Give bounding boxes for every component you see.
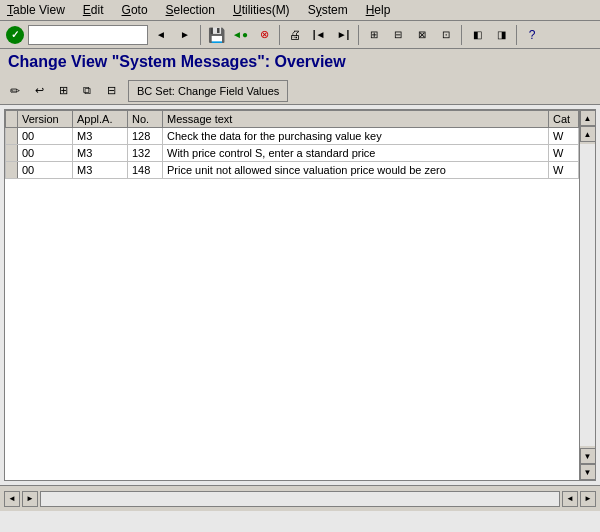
find-icon: |◄ xyxy=(313,29,326,40)
col-cat: Cat xyxy=(549,111,579,128)
refresh-icon: ⊗ xyxy=(260,28,269,41)
nav-forward-icon: ► xyxy=(180,29,190,40)
help-button[interactable]: ? xyxy=(521,24,543,46)
nav-back-button[interactable]: ◄ xyxy=(150,24,172,46)
menu-goto[interactable]: Goto xyxy=(119,2,151,18)
toolbar-separator-4 xyxy=(461,25,462,45)
back-button[interactable]: ◄● xyxy=(229,24,251,46)
refresh-button[interactable]: ⊗ xyxy=(253,24,275,46)
toolbar-btn-f[interactable]: ◨ xyxy=(490,24,512,46)
undo-button[interactable]: ↩ xyxy=(28,80,50,102)
icon-c: ⊠ xyxy=(418,29,426,40)
table-scroll[interactable]: Version Appl.A. No. Message text Cat 00 … xyxy=(5,110,579,480)
toolbar-btn-c[interactable]: ⊠ xyxy=(411,24,433,46)
h-scroll-right-button[interactable]: ► xyxy=(22,491,38,507)
icon-a: ⊞ xyxy=(370,29,378,40)
cell-appl: M3 xyxy=(73,162,128,179)
bottom-bar: ◄ ► ◄ ► xyxy=(0,485,600,511)
bc-set-button[interactable]: BC Set: Change Field Values xyxy=(128,80,288,102)
icon-b: ⊟ xyxy=(394,29,402,40)
menu-bar: Table View Edit Goto Selection Utilities… xyxy=(0,0,600,21)
pencil-icon: ✏ xyxy=(10,84,20,98)
save-button[interactable]: 💾 xyxy=(205,24,227,46)
details-button[interactable]: ⊞ xyxy=(52,80,74,102)
menu-help[interactable]: Help xyxy=(363,2,394,18)
table-row[interactable]: 00 M3 148 Price unit not allowed since v… xyxy=(6,162,579,179)
h-scroll-right2-button[interactable]: ► xyxy=(580,491,596,507)
right-scrollbar: ▲ ▲ ▼ ▼ xyxy=(579,110,595,480)
icon-e: ◧ xyxy=(473,29,482,40)
h-scroll-left-button[interactable]: ◄ xyxy=(4,491,20,507)
cell-no: 128 xyxy=(128,128,163,145)
cell-cat: W xyxy=(549,145,579,162)
command-input[interactable] xyxy=(28,25,148,45)
checkmark-button[interactable]: ✓ xyxy=(4,24,26,46)
cell-message: Check the data for the purchasing value … xyxy=(163,128,549,145)
toolbar-btn-b[interactable]: ⊟ xyxy=(387,24,409,46)
col-no: No. xyxy=(128,111,163,128)
col-message: Message text xyxy=(163,111,549,128)
menu-utilities[interactable]: Utilities(M) xyxy=(230,2,293,18)
title-bar: Change View "System Messages": Overview xyxy=(0,49,600,77)
help-icon: ? xyxy=(529,28,536,42)
icon-f: ◨ xyxy=(497,29,506,40)
print-icon: 🖨 xyxy=(289,28,301,42)
toolbar-btn-d[interactable]: ⊡ xyxy=(435,24,457,46)
menu-table-view[interactable]: Table View xyxy=(4,2,68,18)
back-icon: ◄● xyxy=(232,29,248,40)
toolbar-separator-3 xyxy=(358,25,359,45)
col-selector xyxy=(6,111,18,128)
cell-no: 132 xyxy=(128,145,163,162)
main-toolbar: ✓ ◄ ► 💾 ◄● ⊗ 🖨 |◄ ►| ⊞ ⊟ ⊠ ⊡ ◧ xyxy=(0,21,600,49)
toolbar-separator-5 xyxy=(516,25,517,45)
cell-version: 00 xyxy=(18,145,73,162)
nav-forward-button[interactable]: ► xyxy=(174,24,196,46)
table-row[interactable]: 00 M3 132 With price control S, enter a … xyxy=(6,145,579,162)
table-header-row: Version Appl.A. No. Message text Cat xyxy=(6,111,579,128)
edit-pencil-button[interactable]: ✏ xyxy=(4,80,26,102)
secondary-toolbar: ✏ ↩ ⊞ ⧉ ⊟ BC Set: Change Field Values xyxy=(0,77,600,105)
cell-appl: M3 xyxy=(73,145,128,162)
scroll-down-button[interactable]: ▼ xyxy=(580,448,596,464)
details-icon: ⊞ xyxy=(59,84,68,97)
col-appl: Appl.A. xyxy=(73,111,128,128)
table-row[interactable]: 00 M3 128 Check the data for the purchas… xyxy=(6,128,579,145)
copy-icon: ⧉ xyxy=(83,84,91,97)
find-next-button[interactable]: ►| xyxy=(332,24,354,46)
toolbar-btn-a[interactable]: ⊞ xyxy=(363,24,385,46)
checkmark-icon: ✓ xyxy=(6,26,24,44)
delete-button[interactable]: ⊟ xyxy=(100,80,122,102)
row-selector xyxy=(6,128,18,145)
h-scroll-track[interactable] xyxy=(40,491,560,507)
icon-d: ⊡ xyxy=(442,29,450,40)
cell-message: With price control S, enter a standard p… xyxy=(163,145,549,162)
menu-selection[interactable]: Selection xyxy=(163,2,218,18)
cell-message: Price unit not allowed since valuation p… xyxy=(163,162,549,179)
scroll-up-button[interactable]: ▲ xyxy=(580,110,596,126)
h-scroll-left2-button[interactable]: ◄ xyxy=(562,491,578,507)
scroll-up2-button[interactable]: ▲ xyxy=(580,126,596,142)
messages-table: Version Appl.A. No. Message text Cat 00 … xyxy=(5,110,579,179)
page-title: Change View "System Messages": Overview xyxy=(8,53,592,71)
cell-no: 148 xyxy=(128,162,163,179)
menu-edit[interactable]: Edit xyxy=(80,2,107,18)
find-next-icon: ►| xyxy=(337,29,350,40)
find-button[interactable]: |◄ xyxy=(308,24,330,46)
toolbar-btn-e[interactable]: ◧ xyxy=(466,24,488,46)
save-icon: 💾 xyxy=(208,27,225,43)
menu-system[interactable]: System xyxy=(305,2,351,18)
row-selector xyxy=(6,145,18,162)
cell-cat: W xyxy=(549,162,579,179)
copy-button[interactable]: ⧉ xyxy=(76,80,98,102)
scroll-down2-button[interactable]: ▼ xyxy=(580,464,596,480)
toolbar-separator-1 xyxy=(200,25,201,45)
row-selector xyxy=(6,162,18,179)
scroll-area: Version Appl.A. No. Message text Cat 00 … xyxy=(5,110,595,480)
undo-icon: ↩ xyxy=(35,84,44,97)
cell-version: 00 xyxy=(18,162,73,179)
print-button[interactable]: 🖨 xyxy=(284,24,306,46)
main-content: Version Appl.A. No. Message text Cat 00 … xyxy=(4,109,596,481)
col-version: Version xyxy=(18,111,73,128)
cell-appl: M3 xyxy=(73,128,128,145)
scroll-thumb-area[interactable] xyxy=(580,144,595,446)
